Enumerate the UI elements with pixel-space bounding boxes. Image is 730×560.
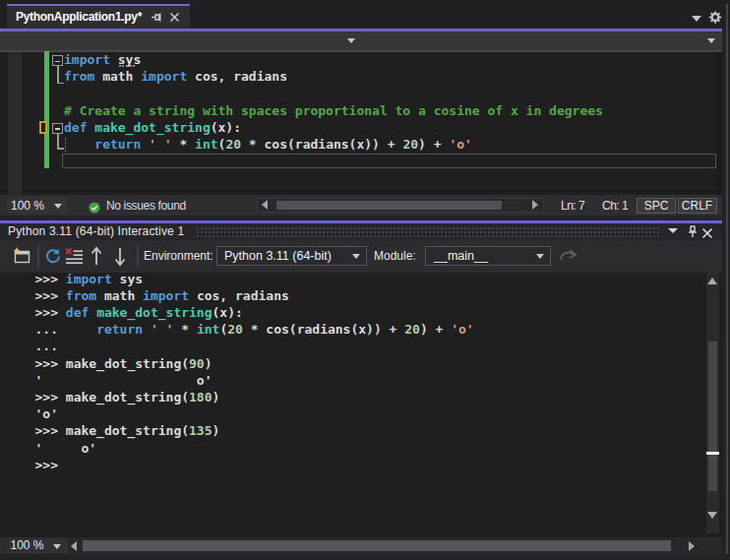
code-line: import sys <box>64 51 603 68</box>
console-zoom-control[interactable]: 100 % <box>7 538 67 554</box>
console-horizontal-scrollbar[interactable] <box>67 537 722 555</box>
code-line: ... <box>35 338 474 354</box>
document-tab-title: PythonApplication1.py* <box>16 10 142 24</box>
scroll-right-arrow-icon[interactable] <box>689 541 695 551</box>
toolbar-separator <box>137 245 139 268</box>
editor-scrollbar-area <box>716 52 722 196</box>
history-next-button[interactable] <box>112 246 128 267</box>
options-gear-icon[interactable] <box>708 11 722 29</box>
vs-window: PythonApplication1.py* <box>0 0 730 560</box>
status-spaces-toggle[interactable]: SPC <box>637 198 676 214</box>
editor-zoom-control[interactable]: 100 % <box>7 197 67 214</box>
environment-value: Python 3.11 (64-bit) <box>224 249 332 263</box>
code-line: >>> import sys <box>35 271 474 287</box>
code-line: ' o' <box>35 440 474 457</box>
console-bottom-bar: 100 % <box>0 537 722 555</box>
console-zoom-value: 100 % <box>11 538 44 552</box>
editor-hscroll-thumb[interactable] <box>276 201 502 210</box>
code-line: ... return ' ' * int(20 * cos(radians(x)… <box>35 321 474 338</box>
scroll-down-arrow-icon[interactable] <box>707 512 717 519</box>
close-document-icon[interactable] <box>167 10 181 24</box>
code-line: # Create a string with spaces proportion… <box>64 102 603 119</box>
status-column-number: Ch: 1 <box>602 199 628 213</box>
module-chevron-icon <box>536 254 544 259</box>
interactive-window-title-bar[interactable]: Python 3.11 (64-bit) Interactive 1 <box>0 223 722 240</box>
module-combobox[interactable]: __main__ <box>425 246 551 266</box>
history-previous-button[interactable] <box>89 246 104 267</box>
current-line-highlight <box>62 154 716 169</box>
window-frame-border <box>726 4 728 554</box>
code-line: 'o' <box>35 405 474 422</box>
environment-combobox[interactable]: Python 3.11 (64-bit) <box>216 246 367 266</box>
navbar-member-chevron-icon <box>707 38 715 43</box>
collapse-region-icon[interactable] <box>52 55 63 66</box>
status-line-ending-toggle[interactable]: CRLF <box>678 198 717 214</box>
status-line-ending-label: CRLF <box>682 199 712 213</box>
module-label: Module: <box>374 249 416 263</box>
code-text: import sysfrom math import cos, radians … <box>64 51 603 153</box>
track-changes-saved-bar <box>44 51 49 169</box>
editor-zoom-value: 100 % <box>11 199 44 213</box>
editor-indicator-margin <box>8 52 22 196</box>
code-line: return ' ' * int(20 * cos(radians(x)) + … <box>64 136 603 153</box>
interactive-window-title: Python 3.11 (64-bit) Interactive 1 <box>8 224 184 238</box>
status-spaces-label: SPC <box>644 199 669 213</box>
editor-status-bar: 100 % No issues found Ln: 7 Ch: 1 SPC CR… <box>0 195 722 216</box>
pin-document-icon[interactable] <box>150 10 163 24</box>
interactive-toolbar: Environment: Python 3.11 (64-bit) Module… <box>0 240 722 274</box>
editor-navigation-bar <box>0 31 722 52</box>
zoom-chevron-icon <box>53 544 61 549</box>
caret-position-mark <box>706 452 720 455</box>
code-line: ' o' <box>35 372 474 389</box>
title-bar-grip <box>196 226 661 237</box>
zoom-chevron-icon <box>54 204 62 209</box>
console-vscroll-thumb[interactable] <box>708 342 718 491</box>
clear-screen-button[interactable] <box>65 247 84 266</box>
code-line: >>> make_dot_string(90) <box>35 355 474 372</box>
scroll-right-arrow-icon[interactable] <box>532 200 538 210</box>
interactive-window-icon-button[interactable] <box>12 247 31 266</box>
code-line <box>64 85 603 101</box>
document-tab-strip: PythonApplication1.py* <box>0 0 730 28</box>
outline-guide <box>57 66 59 84</box>
document-tab[interactable]: PythonApplication1.py* <box>7 4 190 29</box>
scroll-up-arrow-icon[interactable] <box>707 278 717 284</box>
navbar-type-chevron-icon <box>347 38 355 43</box>
scroll-left-arrow-icon[interactable] <box>71 541 77 551</box>
navbar-member-dropdown[interactable] <box>362 31 722 50</box>
code-line: >>> make_dot_string(135) <box>35 422 474 439</box>
code-editor[interactable]: import sysfrom math import cos, radians … <box>0 52 722 196</box>
code-line: >>> make_dot_string(180) <box>35 389 474 405</box>
track-changes-unsaved-bar <box>39 121 47 135</box>
code-line: >>> def make_dot_string(x): <box>35 304 474 321</box>
code-line: from math import cos, radians <box>64 68 603 85</box>
status-line-number: Ln: 7 <box>561 199 584 213</box>
scroll-left-arrow-icon[interactable] <box>262 200 268 210</box>
console-vertical-scrollbar[interactable] <box>706 273 720 533</box>
code-line: >>> from math import cos, radians <box>35 287 474 304</box>
document-list-chevron-icon[interactable] <box>692 16 701 22</box>
outline-guide-end <box>57 148 64 150</box>
issues-status-text: No issues found <box>106 199 186 213</box>
editor-horizontal-scrollbar[interactable] <box>257 198 544 213</box>
toolbar-separator <box>37 245 39 268</box>
code-line: >>> <box>35 457 474 473</box>
environment-label: Environment: <box>144 249 213 263</box>
navbar-type-dropdown[interactable] <box>0 31 360 50</box>
environment-chevron-icon <box>352 254 360 259</box>
module-value: __main__ <box>434 249 488 263</box>
go-to-module-button-disabled[interactable] <box>559 248 578 264</box>
reset-session-button[interactable] <box>44 247 62 266</box>
console-hscroll-thumb[interactable] <box>83 540 671 551</box>
collapse-region-icon[interactable] <box>52 123 63 134</box>
interactive-console[interactable]: >>> import sys>>> from math import cos, … <box>0 273 722 537</box>
outline-guide-end <box>57 83 64 85</box>
console-text: >>> import sys>>> from math import cos, … <box>35 271 474 473</box>
code-line: def make_dot_string(x): <box>64 119 603 136</box>
window-position-chevron-icon[interactable] <box>668 228 678 233</box>
